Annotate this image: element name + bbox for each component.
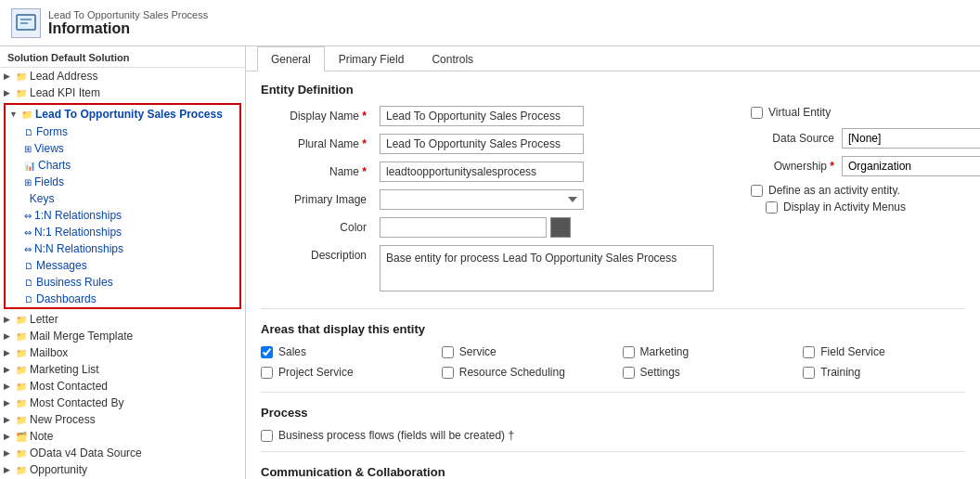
ownership-row: Ownership * Organization — [751, 156, 980, 176]
folder-icon: 📁 — [16, 465, 27, 475]
page-title: Information — [48, 20, 208, 37]
folder-icon: 📁 — [16, 88, 27, 98]
description-label: Description — [261, 245, 372, 262]
tab-primary-field[interactable]: Primary Field — [325, 46, 419, 71]
description-text: Base entity for process Lead To Opportun… — [380, 245, 714, 291]
dashboards-icon: 🗋 — [24, 294, 33, 304]
area-service-checkbox[interactable] — [442, 346, 454, 358]
sidebar-item-label: Most Contacted By — [30, 396, 123, 409]
activity-entity-checkbox[interactable] — [751, 185, 763, 197]
sidebar-item-n1-relationships[interactable]: ⇔ N:1 Relationships — [20, 224, 239, 240]
divider-3 — [261, 451, 965, 452]
content-area: General Primary Field Controls Entity De… — [246, 46, 980, 479]
folder-icon: 📁 — [16, 348, 27, 358]
display-activity-menus-checkbox[interactable] — [766, 201, 778, 214]
area-training: Training — [803, 366, 965, 379]
sidebar-item-dashboards[interactable]: 🗋 Dashboards — [20, 291, 239, 307]
views-icon: ⊞ — [24, 144, 32, 154]
sidebar-item-forms[interactable]: 🗋 Forms — [20, 123, 239, 140]
data-source-select[interactable]: [None] — [842, 128, 980, 149]
communication-title: Communication & Collaboration — [261, 465, 965, 479]
relationships-icon: ⇔ — [24, 244, 32, 254]
messages-icon: 🗋 — [24, 261, 33, 271]
sidebar-item-label: OData v4 Data Source — [30, 447, 142, 460]
sidebar-item-letter[interactable]: ▶ 📁 Letter — [0, 311, 245, 328]
required-indicator: * — [362, 110, 367, 123]
color-picker-box[interactable] — [550, 217, 571, 238]
sidebar-item-messages[interactable]: 🗋 Messages — [20, 257, 239, 274]
area-marketing-checkbox[interactable] — [623, 346, 635, 358]
sidebar-item-label: Lead KPI Item — [30, 86, 100, 99]
entity-icon: 📁 — [21, 110, 32, 120]
sidebar-item-label: New Process — [30, 413, 96, 426]
name-row: Name * — [261, 162, 714, 182]
folder-icon: 📁 — [16, 315, 27, 325]
area-field-service-checkbox[interactable] — [803, 346, 815, 358]
tab-general[interactable]: General — [257, 46, 325, 71]
expand-icon: ▶ — [4, 382, 13, 391]
relationships-icon: ⇔ — [24, 211, 32, 221]
sidebar-item-most-contacted-by[interactable]: ▶ 📁 Most Contacted By — [0, 395, 245, 411]
color-text-input[interactable] — [380, 217, 547, 238]
folder-icon: 📁 — [16, 398, 27, 408]
area-training-checkbox[interactable] — [803, 367, 815, 379]
sidebar-item-marketing-list[interactable]: ▶ 📁 Marketing List — [0, 361, 245, 378]
area-sales-checkbox[interactable] — [261, 346, 273, 358]
sidebar-item-lead-address[interactable]: ▶ 📁 Lead Address — [0, 68, 245, 84]
virtual-entity-row: Virtual Entity — [751, 106, 980, 119]
folder-icon: 📁 — [16, 448, 27, 459]
area-resource-scheduling-checkbox[interactable] — [442, 367, 454, 379]
areas-title: Areas that display this entity — [261, 322, 965, 336]
area-settings-checkbox[interactable] — [623, 367, 635, 379]
folder-icon: 📁 — [16, 382, 27, 392]
display-name-row: Display Name * — [261, 106, 714, 126]
sidebar-item-note[interactable]: ▶ 🗂️ Note — [0, 428, 245, 445]
display-name-input[interactable] — [380, 106, 584, 126]
sidebar-item-mailbox[interactable]: ▶ 📁 Mailbox — [0, 344, 245, 361]
folder-icon: 📁 — [16, 415, 27, 425]
expand-icon: ▶ — [4, 415, 13, 424]
data-source-label: Data Source — [751, 132, 834, 145]
display-name-label: Display Name * — [261, 106, 372, 123]
primary-image-select[interactable] — [380, 189, 584, 210]
sidebar-item-charts[interactable]: 📊 Charts — [20, 157, 239, 174]
sidebar-item-lead-kpi-item[interactable]: ▶ 📁 Lead KPI Item — [0, 84, 245, 101]
area-marketing-label: Marketing — [640, 345, 690, 358]
sidebar-item-business-rules[interactable]: 🗋 Business Rules — [20, 274, 239, 291]
business-process-flows-checkbox[interactable] — [261, 430, 273, 442]
sidebar-item-lead-opportunity-header[interactable]: ▼ 📁 Lead To Opportunity Sales Process — [6, 105, 239, 123]
required-indicator: * — [830, 160, 834, 173]
sidebar-item-fields[interactable]: ⊞ Fields — [20, 174, 239, 190]
sidebar-item-label: Lead To Opportunity Sales Process — [35, 108, 223, 121]
sidebar-item-label: 1:N Relationships — [34, 209, 122, 222]
sidebar-item-odata-v4[interactable]: ▶ 📁 OData v4 Data Source — [0, 445, 245, 461]
description-row: Description Base entity for process Lead… — [261, 245, 714, 291]
expand-icon: ▼ — [9, 110, 19, 119]
sidebar-item-new-process[interactable]: ▶ 📁 New Process — [0, 411, 245, 428]
business-rules-icon: 🗋 — [24, 278, 33, 288]
forms-icon: 🗋 — [24, 127, 33, 137]
svg-rect-0 — [17, 15, 35, 30]
sidebar-item-label: Note — [30, 430, 53, 443]
content-body: Entity Definition Display Name * Plura — [246, 71, 980, 479]
name-label: Name * — [261, 162, 372, 178]
sidebar-item-keys[interactable]: · Keys — [20, 190, 239, 207]
areas-grid: Sales Service Marketing Field Service — [261, 345, 965, 382]
ownership-select[interactable]: Organization — [842, 156, 980, 176]
area-project-service-checkbox[interactable] — [261, 367, 273, 379]
sidebar-item-most-contacted[interactable]: ▶ 📁 Most Contacted — [0, 378, 245, 395]
color-row: Color — [261, 217, 714, 238]
virtual-entity-checkbox[interactable] — [751, 107, 763, 119]
sidebar-group-lead-opportunity: ▼ 📁 Lead To Opportunity Sales Process 🗋 … — [4, 103, 241, 309]
plural-name-input[interactable] — [380, 134, 584, 154]
name-input[interactable] — [380, 162, 584, 182]
sidebar-item-mail-merge-template[interactable]: ▶ 📁 Mail Merge Template — [0, 328, 245, 344]
sidebar-item-opportunity[interactable]: ▶ 📁 Opportunity — [0, 461, 245, 478]
sidebar-item-1n-relationships[interactable]: ⇔ 1:N Relationships — [20, 207, 239, 224]
tab-controls[interactable]: Controls — [418, 46, 487, 71]
sidebar-item-nn-relationships[interactable]: ⇔ N:N Relationships — [20, 240, 239, 257]
sidebar-item-label: Mail Merge Template — [30, 330, 133, 343]
folder-icon: 📁 — [16, 365, 27, 375]
sidebar-item-views[interactable]: ⊞ Views — [20, 140, 239, 157]
plural-name-label: Plural Name * — [261, 134, 372, 150]
